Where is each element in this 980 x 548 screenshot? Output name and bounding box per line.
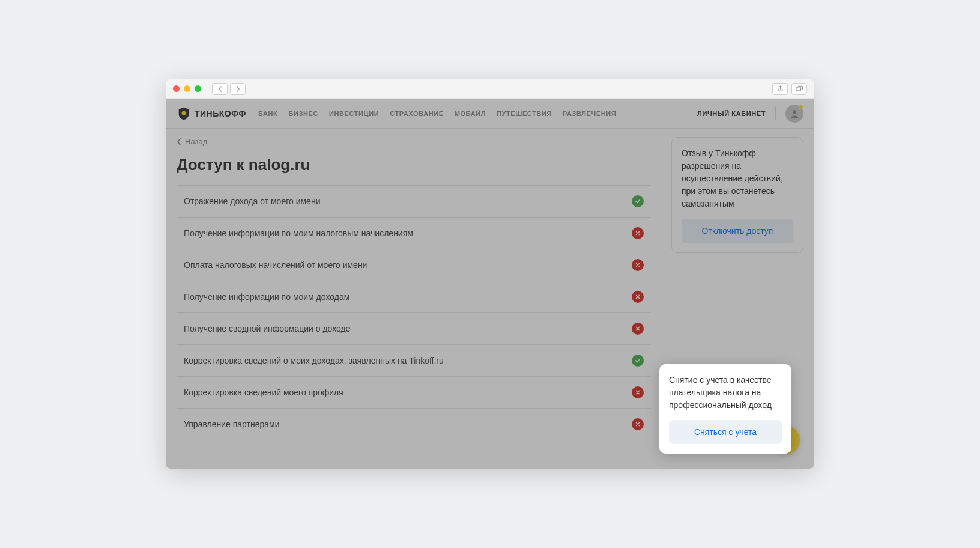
permission-label: Управление партнерами xyxy=(184,419,280,429)
permission-row[interactable]: Получение информации по моим налоговым н… xyxy=(177,218,651,249)
cross-icon xyxy=(632,227,644,239)
nav-item[interactable]: РАЗВЛЕЧЕНИЯ xyxy=(563,110,616,117)
permission-row[interactable]: Корректировка сведений о моих доходах, з… xyxy=(177,345,651,377)
nav-item[interactable]: БИЗНЕС xyxy=(288,110,318,117)
permission-row[interactable]: Получение информации по моим доходам xyxy=(177,281,651,313)
nav-item[interactable]: ИНВЕСТИЦИИ xyxy=(329,110,379,117)
cross-icon xyxy=(632,259,644,271)
permission-label: Получение информации по моим доходам xyxy=(184,292,349,302)
check-icon xyxy=(632,355,644,367)
permission-row[interactable]: Оплата налоговых начислений от моего име… xyxy=(177,249,651,281)
back-label: Назад xyxy=(185,137,207,146)
top-navigation: ТИНЬКОФФ БАНК БИЗНЕС ИНВЕСТИЦИИ СТРАХОВА… xyxy=(166,99,814,129)
back-link[interactable]: Назад xyxy=(177,137,651,146)
cross-icon xyxy=(632,291,644,303)
maximize-window-icon[interactable] xyxy=(195,85,201,92)
chevron-left-icon xyxy=(177,138,181,145)
card-text: Отзыв у Тинькофф разрешения на осуществл… xyxy=(682,147,793,210)
check-icon xyxy=(632,195,644,207)
brand-text: ТИНЬКОФФ xyxy=(195,109,246,118)
avatar[interactable] xyxy=(785,105,803,123)
permission-label: Оплата налоговых начислений от моего име… xyxy=(184,260,367,270)
notification-badge xyxy=(799,105,803,109)
revoke-access-card: Отзыв у Тинькофф разрешения на осуществл… xyxy=(671,137,803,253)
svg-rect-0 xyxy=(796,87,801,91)
brand-logo[interactable]: ТИНЬКОФФ xyxy=(177,106,246,121)
forward-browser-button[interactable] xyxy=(230,83,246,95)
divider xyxy=(775,107,776,120)
window-controls xyxy=(173,85,201,92)
nav-item[interactable]: МОБАЙЛ xyxy=(455,110,486,117)
minimize-window-icon[interactable] xyxy=(184,85,190,92)
page-title: Доступ к nalog.ru xyxy=(177,156,651,174)
permission-row[interactable]: Управление партнерами xyxy=(177,409,651,440)
main-menu: БАНК БИЗНЕС ИНВЕСТИЦИИ СТРАХОВАНИЕ МОБАЙ… xyxy=(258,110,616,117)
permission-label: Получение сводной информации о доходе xyxy=(184,324,351,333)
deregister-popover: Снятие с учета в качестве плательщика на… xyxy=(659,364,791,454)
nav-item[interactable]: СТРАХОВАНИЕ xyxy=(390,110,443,117)
close-window-icon[interactable] xyxy=(173,85,180,92)
permissions-list: Отражение дохода от моего имениПолучение… xyxy=(177,185,651,440)
nav-item[interactable]: БАНК xyxy=(258,110,278,117)
svg-point-1 xyxy=(182,111,186,115)
permission-label: Корректировка сведений о моих доходах, з… xyxy=(184,356,444,365)
cross-icon xyxy=(632,418,644,430)
crest-icon xyxy=(177,106,191,121)
svg-point-2 xyxy=(793,110,796,114)
permission-row[interactable]: Корректировка сведений моего профиля xyxy=(177,377,651,409)
revoke-access-button[interactable]: Отключить доступ xyxy=(682,219,793,243)
popover-text: Снятие с учета в качестве плательщика на… xyxy=(669,374,782,412)
tabs-icon[interactable] xyxy=(791,83,807,95)
share-icon[interactable] xyxy=(772,83,788,95)
permission-row[interactable]: Отражение дохода от моего имени xyxy=(177,186,651,218)
permission-label: Получение информации по моим налоговым н… xyxy=(184,228,413,238)
cross-icon xyxy=(632,386,644,398)
cross-icon xyxy=(632,323,644,335)
deregister-button[interactable]: Сняться с учета xyxy=(669,420,782,444)
permission-row[interactable]: Получение сводной информации о доходе xyxy=(177,313,651,345)
permission-label: Отражение дохода от моего имени xyxy=(184,196,320,206)
user-icon xyxy=(789,108,800,119)
browser-window: ТИНЬКОФФ БАНК БИЗНЕС ИНВЕСТИЦИИ СТРАХОВА… xyxy=(166,79,814,469)
nav-item[interactable]: ПУТЕШЕСТВИЯ xyxy=(497,110,552,117)
browser-chrome xyxy=(166,79,814,99)
permission-label: Корректировка сведений моего профиля xyxy=(184,388,343,397)
back-browser-button[interactable] xyxy=(212,83,228,95)
personal-cabinet-link[interactable]: ЛИЧНЫЙ КАБИНЕТ xyxy=(697,110,766,117)
